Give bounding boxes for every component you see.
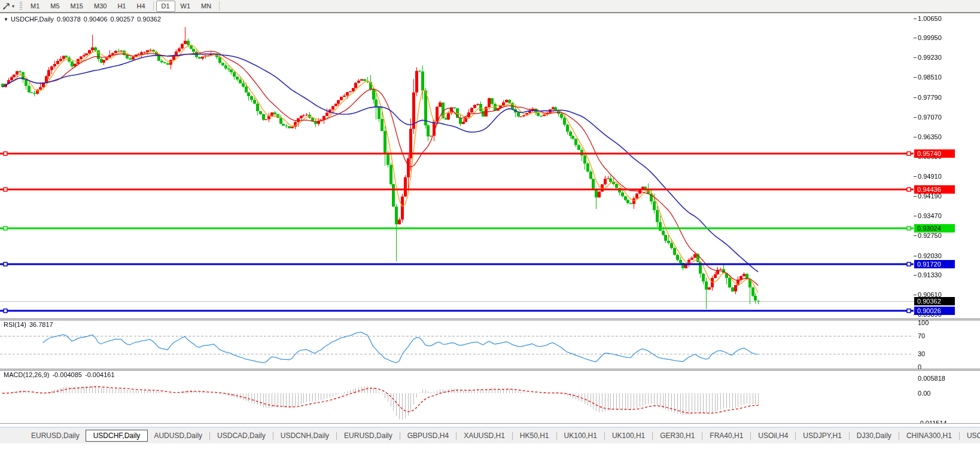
price-axis-tickmark bbox=[914, 216, 917, 216]
price-axis-tickmark bbox=[914, 117, 917, 118]
cursor-crosshair-icon bbox=[2, 2, 11, 10]
cursor-tool-button[interactable]: ▾ bbox=[0, 0, 17, 12]
tab-separator bbox=[556, 432, 557, 440]
tab-separator bbox=[702, 432, 702, 440]
chart-title: ▼USDCHF,Daily0.903780.904060.902570.9036… bbox=[4, 16, 164, 23]
rsi-panel-canvas[interactable] bbox=[0, 320, 980, 369]
tab-separator bbox=[795, 432, 796, 440]
rsi-name: RSI(14) bbox=[4, 321, 26, 328]
rsi-indicator-label: RSI(14)36.7817 bbox=[4, 321, 56, 328]
panel-separator-macd[interactable] bbox=[0, 369, 980, 371]
price-axis-tickmark bbox=[914, 38, 917, 38]
tab-separator bbox=[336, 432, 337, 440]
timeframe-button-m5[interactable]: M5 bbox=[45, 1, 65, 12]
chart-tab-audusd-daily[interactable]: AUDUSD,Daily bbox=[148, 430, 208, 441]
timeframe-button-mn[interactable]: MN bbox=[196, 1, 217, 12]
price-axis-tick: 0.99230 bbox=[918, 54, 942, 61]
chart-tab-fra40-h1[interactable]: FRA40,H1 bbox=[704, 430, 749, 441]
tab-separator bbox=[652, 432, 653, 440]
cursor-tool-dropdown-icon[interactable]: ▾ bbox=[12, 4, 14, 9]
chart-tab-usdjpy-h1[interactable]: USDJPY,H1 bbox=[797, 430, 847, 441]
tab-separator bbox=[750, 432, 751, 440]
price-axis-tickmark bbox=[914, 77, 917, 78]
chart-tab-usdchf-daily[interactable]: USDCHF,Daily bbox=[86, 430, 148, 442]
toolbar-divider bbox=[219, 1, 220, 11]
price-axis-tickmark bbox=[914, 196, 917, 197]
ohlc-close: 0.90362 bbox=[137, 16, 161, 23]
ohlc-high: 0.90406 bbox=[84, 16, 108, 23]
chart-tab-gbpusd-h4[interactable]: GBPUSD,H4 bbox=[401, 430, 455, 441]
chart-tab-eurusd-daily[interactable]: EURUSD,Daily bbox=[338, 430, 398, 441]
timeframe-button-m15[interactable]: M15 bbox=[65, 1, 89, 12]
macd-signal-value: -0.004161 bbox=[85, 371, 115, 378]
price-axis-tickmark bbox=[914, 275, 917, 276]
price-axis-tickmark bbox=[914, 19, 917, 19]
price-axis-tickmark bbox=[914, 295, 917, 295]
toolbar-divider bbox=[153, 1, 154, 11]
chart-tab-usoil-h1[interactable]: USOil,H1 bbox=[961, 430, 980, 441]
current-price-label: 0.90362 bbox=[914, 297, 955, 305]
macd-axis-tick: 0.00 bbox=[918, 390, 930, 397]
chart-tab-usoil-h4[interactable]: USOil,H4 bbox=[752, 430, 794, 441]
chart-tab-usdcad-daily[interactable]: USDCAD,Daily bbox=[211, 430, 272, 441]
rsi-axis-tick: 70 bbox=[918, 332, 925, 339]
price-axis-tick: 0.98510 bbox=[918, 74, 942, 81]
tab-separator bbox=[959, 432, 960, 440]
tab-separator bbox=[400, 432, 400, 440]
price-line-label: 0.93024 bbox=[914, 224, 955, 232]
timeframe-button-m1[interactable]: M1 bbox=[25, 1, 45, 12]
timeframe-buttons: M1M5M15M30H1H4D1W1MN bbox=[25, 0, 222, 12]
chart-tab-dj30-daily[interactable]: DJ30,Daily bbox=[851, 430, 897, 441]
chart-tab-china300-h1[interactable]: CHINA300,H1 bbox=[900, 430, 958, 441]
chart-tab-uk100-h1[interactable]: UK100,H1 bbox=[606, 430, 651, 441]
price-axis-tick: 0.94190 bbox=[918, 192, 942, 200]
tab-separator bbox=[209, 432, 210, 440]
chart-tab-xauusd-h1[interactable]: XAUUSD,H1 bbox=[458, 430, 511, 441]
macd-indicator-label: MACD(12,26,9)-0.004085-0.004161 bbox=[4, 371, 118, 378]
price-line-label: 0.91720 bbox=[914, 260, 955, 268]
chart-tab-bar: EURUSD,DailyUSDCHF,DailyAUDUSD,DailyUSDC… bbox=[0, 428, 980, 443]
price-axis-tickmark bbox=[914, 57, 917, 58]
chart-tab-hk50-h1[interactable]: HK50,H1 bbox=[514, 430, 555, 441]
tab-separator bbox=[604, 432, 605, 440]
chart-tab-uk100-h1[interactable]: UK100,H1 bbox=[558, 430, 603, 441]
timeframe-toolbar: ▾ M1M5M15M30H1H4D1W1MN bbox=[0, 0, 980, 13]
timeframe-button-m30[interactable]: M30 bbox=[89, 1, 112, 12]
price-axis-tick: 0.91330 bbox=[918, 271, 942, 279]
tab-separator bbox=[512, 432, 513, 440]
rsi-axis-tick: 30 bbox=[918, 350, 925, 357]
price-axis-tickmark bbox=[914, 97, 917, 98]
toolbar-drag-handle[interactable] bbox=[20, 2, 22, 10]
chart-tab-eurusd-daily[interactable]: EURUSD,Daily bbox=[25, 430, 86, 441]
tab-separator bbox=[849, 432, 850, 440]
chart-menu-icon[interactable]: ▼ bbox=[4, 17, 8, 22]
price-axis-tick: 0.97070 bbox=[918, 114, 942, 121]
rsi-value: 36.7817 bbox=[29, 321, 53, 328]
chart-tab-usdcnh-daily[interactable]: USDCNH,Daily bbox=[275, 430, 335, 441]
timeframe-button-h4[interactable]: H4 bbox=[131, 1, 150, 12]
chart-symbol-label: USDCHF,Daily bbox=[11, 16, 54, 23]
price-axis-tick: 0.94910 bbox=[918, 173, 942, 180]
price-axis-tick: 0.93470 bbox=[918, 212, 942, 219]
chart-tab-ger30-h1[interactable]: GER30,H1 bbox=[654, 430, 701, 441]
macd-main-value: -0.004085 bbox=[52, 371, 82, 378]
timeframe-button-h1[interactable]: H1 bbox=[112, 1, 131, 12]
price-scale: 1.006500.999500.992300.985100.977900.970… bbox=[914, 13, 980, 425]
price-axis-tick: 0.97790 bbox=[918, 94, 942, 101]
price-axis-tickmark bbox=[914, 256, 917, 256]
panel-separator-rsi[interactable] bbox=[0, 319, 980, 320]
ohlc-open: 0.90378 bbox=[57, 16, 81, 23]
price-line-label: 0.94436 bbox=[914, 185, 955, 194]
timeframe-button-w1[interactable]: W1 bbox=[175, 1, 196, 12]
price-line-label: 0.95740 bbox=[914, 149, 955, 158]
price-axis-tick: 1.00650 bbox=[918, 15, 942, 22]
price-axis-tickmark bbox=[914, 176, 917, 177]
main-chart-canvas[interactable] bbox=[0, 13, 980, 319]
price-axis-tickmark bbox=[914, 137, 917, 137]
price-axis-tick: 0.92030 bbox=[918, 252, 942, 259]
price-axis-tick: 0.99950 bbox=[918, 34, 942, 41]
macd-axis-tick: 0.005818 bbox=[918, 375, 945, 382]
timeframe-button-d1[interactable]: D1 bbox=[156, 1, 175, 12]
macd-panel-canvas[interactable] bbox=[0, 371, 980, 424]
tab-separator bbox=[273, 432, 273, 440]
